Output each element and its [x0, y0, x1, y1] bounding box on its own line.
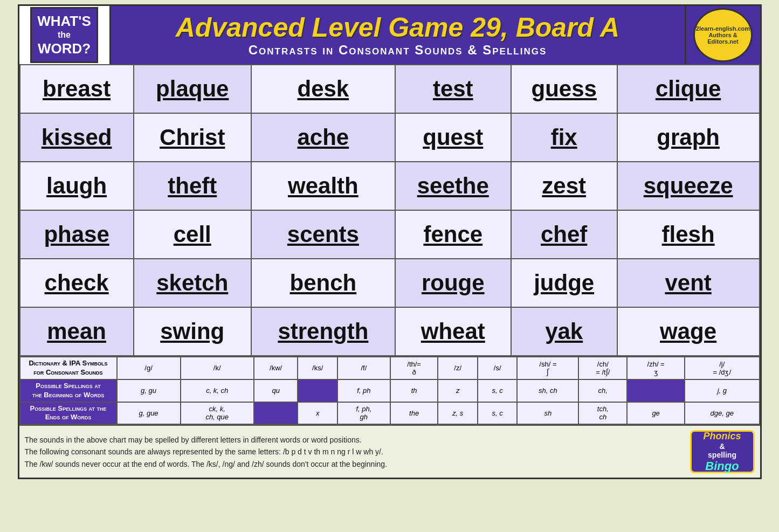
end-sh: sh [517, 402, 578, 425]
word-cell: quest [395, 113, 511, 162]
word-cell: sketch [134, 259, 251, 307]
word-cell: cell [134, 210, 251, 259]
badge-circle: 2learn-english.com Authors & Editors.net [693, 8, 753, 62]
word-grid: breastplaquedesktestguesscliquekissedChr… [19, 64, 760, 356]
end-ch: tch,ch [578, 402, 627, 425]
begin-j: j, g [685, 379, 759, 402]
footer-line2: The following consonant sounds are alway… [25, 446, 685, 458]
badge-line1: 2learn-english.com [696, 25, 750, 32]
sym-zh: /zh/ =ʒ [627, 357, 685, 379]
word-cell: test [395, 65, 511, 113]
logo-whats: WHAT'S [37, 13, 91, 30]
word-cell: vent [617, 259, 760, 307]
sym-sh: /sh/ =ʃ [517, 357, 578, 379]
begin-z: z [438, 379, 477, 402]
begin-kw: qu [254, 379, 298, 402]
symbols-table: Dictionary & IPA Symbolsfor Consonant So… [19, 356, 760, 425]
end-s: s, c [478, 402, 517, 425]
footer-text: The sounds in the above chart may be spe… [25, 434, 685, 470]
word-cell: guess [511, 65, 617, 113]
word-cell: theft [134, 162, 251, 210]
end-zh: ge [627, 402, 685, 425]
word-cell: squeeze [617, 162, 760, 210]
sym-kw: /kw/ [254, 357, 298, 379]
symbols-header-row: Dictionary & IPA Symbolsfor Consonant So… [20, 357, 760, 379]
begin-ks-purple [298, 379, 337, 402]
header-title: Advanced Level Game 29, Board A Contrast… [111, 6, 685, 64]
word-row: phasecellscentsfencechefflesh [20, 210, 760, 259]
ends-label: Possible Spellings at theEnds of Words [20, 402, 117, 425]
begin-ch: ch, [578, 379, 627, 402]
header-logo: WHAT'S the WORD? [19, 6, 111, 64]
word-cell: breast [20, 65, 134, 113]
word-cell: fix [511, 113, 617, 162]
end-z: z, s [438, 402, 477, 425]
badge-spelling: spelling [708, 451, 736, 459]
sym-th: /th/=ð [390, 357, 438, 379]
word-cell: wage [617, 307, 760, 356]
word-cell: clique [617, 65, 760, 113]
header-badge: 2learn-english.com Authors & Editors.net [685, 6, 760, 64]
word-cell: seethe [395, 162, 511, 210]
end-th: the [390, 402, 438, 425]
sym-k: /k/ [181, 357, 254, 379]
word-cell: chef [511, 210, 617, 259]
word-cell: ache [251, 113, 395, 162]
word-cell: rouge [395, 259, 511, 307]
begin-sh: sh, ch [517, 379, 578, 402]
word-cell: bench [251, 259, 395, 307]
word-cell: zest [511, 162, 617, 210]
word-cell: graph [617, 113, 760, 162]
word-cell: flesh [617, 210, 760, 259]
end-ks: x [298, 402, 337, 425]
word-cell: scents [251, 210, 395, 259]
begin-g: g, gu [117, 379, 181, 402]
title-sub: Contrasts in Consonant Sounds & Spelling… [249, 43, 547, 58]
word-cell: desk [251, 65, 395, 113]
begin-zh-purple [627, 379, 685, 402]
word-cell: check [20, 259, 134, 307]
sym-f: /f/ [337, 357, 390, 379]
word-cell: fence [395, 210, 511, 259]
beginning-label: Possible Spellings atthe Beginning of Wo… [20, 379, 117, 402]
ends-row: Possible Spellings at theEnds of Words g… [20, 402, 760, 425]
word-cell: yak [511, 307, 617, 356]
sym-j: /j/= /dʒ/ [685, 357, 759, 379]
sym-z: /z/ [438, 357, 477, 379]
beginning-row: Possible Spellings atthe Beginning of Wo… [20, 379, 760, 402]
word-cell: wheat [395, 307, 511, 356]
word-row: meanswingstrengthwheatyakwage [20, 307, 760, 356]
end-kw-purple [254, 402, 298, 425]
badge-phonics: Phonics [703, 431, 741, 442]
word-cell: kissed [20, 113, 134, 162]
sym-g: /g/ [117, 357, 181, 379]
footer: The sounds in the above chart may be spe… [19, 425, 760, 478]
word-cell: judge [511, 259, 617, 307]
title-main: Advanced Level Game 29, Board A [176, 13, 619, 43]
word-row: breastplaquedesktestguessclique [20, 65, 760, 113]
begin-f: f, ph [337, 379, 390, 402]
word-row: checksketchbenchrougejudgevent [20, 259, 760, 307]
word-row: laughtheftwealthseethezestsqueeze [20, 162, 760, 210]
begin-k: c, k, ch [181, 379, 254, 402]
word-cell: swing [134, 307, 251, 356]
end-f: f, ph,gh [337, 402, 390, 425]
word-cell: strength [251, 307, 395, 356]
word-cell: plaque [134, 65, 251, 113]
sym-ks: /ks/ [298, 357, 337, 379]
header: WHAT'S the WORD? Advanced Level Game 29,… [19, 6, 760, 64]
badge-spelling-text: & [719, 442, 725, 451]
word-cell: wealth [251, 162, 395, 210]
logo-the: the [37, 30, 91, 40]
word-cell: mean [20, 307, 134, 356]
footer-line3: The /kw/ sounds never occur at the end o… [25, 458, 685, 470]
logo-word: WORD? [37, 40, 91, 57]
badge-line2: Authors & Editors.net [695, 32, 751, 45]
footer-line1: The sounds in the above chart may be spe… [25, 434, 685, 446]
end-j: dge, ge [685, 402, 759, 425]
symbols-header-label: Dictionary & IPA Symbolsfor Consonant So… [20, 357, 117, 379]
sym-s: /s/ [478, 357, 517, 379]
word-cell: laugh [20, 162, 134, 210]
word-cell: Christ [134, 113, 251, 162]
word-row: kissedChristachequestfixgraph [20, 113, 760, 162]
